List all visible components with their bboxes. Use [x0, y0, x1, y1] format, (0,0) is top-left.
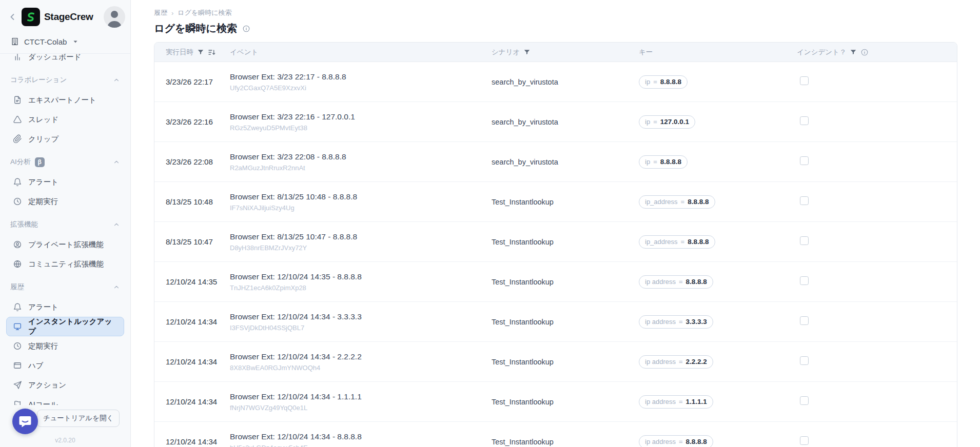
chevron-up-icon[interactable]: [113, 283, 120, 291]
key-chip: ip = 8.8.8.8: [639, 75, 688, 89]
sidebar-item-hub[interactable]: ハブ: [6, 356, 124, 375]
incident-checkbox[interactable]: [800, 276, 809, 285]
sidebar-item-dashboard[interactable]: ダッシュボード: [6, 54, 124, 67]
table-row[interactable]: 12/10/24 14:34 Browser Ext: 12/10/24 14:…: [154, 422, 957, 447]
row-event-title[interactable]: Browser Ext: 8/13/25 10:48 - 8.8.8.8: [230, 192, 483, 201]
date-sort-icon[interactable]: [208, 48, 216, 56]
key-chip: ip address = 8.8.8.8: [639, 435, 713, 447]
sidebar-item-alerts[interactable]: アラート: [6, 172, 124, 192]
chevron-up-icon[interactable]: [113, 221, 120, 228]
table-row[interactable]: 12/10/24 14:34 Browser Ext: 12/10/24 14:…: [154, 342, 957, 382]
chat-launcher-button[interactable]: [12, 409, 38, 434]
key-separator: =: [679, 358, 683, 365]
sidebar-item-actions[interactable]: アクション: [6, 375, 124, 395]
sidebar-item-private-extensions[interactable]: プライベート拡張機能: [6, 235, 124, 254]
table-header-row: 実行日時 イベント シナリオ キー インシデント？: [154, 43, 957, 62]
incident-checkbox[interactable]: [800, 316, 809, 325]
chevron-up-icon[interactable]: [113, 158, 120, 166]
chat-bubble-icon: [18, 415, 32, 428]
row-event-title[interactable]: Browser Ext: 3/23 22:16 - 127.0.0.1: [230, 112, 483, 121]
row-event-title[interactable]: Browser Ext: 3/23 22:17 - 8.8.8.8: [230, 72, 483, 82]
table-row[interactable]: 12/10/24 14:34 Browser Ext: 12/10/24 14:…: [154, 382, 957, 422]
key-separator: =: [679, 398, 683, 405]
sidebar-item-clips[interactable]: クリップ: [6, 129, 124, 149]
key-value: 3.3.3.3: [686, 318, 707, 326]
key-chip: ip address = 1.1.1.1: [639, 395, 713, 409]
sidebar-item-threads[interactable]: スレッド: [6, 110, 124, 129]
sidebar: StageCrew CTCT-Colab ダッシュボード コラボレーション エキ…: [0, 0, 131, 447]
incident-checkbox[interactable]: [800, 116, 809, 125]
nav-section-header[interactable]: コラボレーション: [6, 67, 124, 90]
row-event-title[interactable]: Browser Ext: 12/10/24 14:34 - 8.8.8.8: [230, 432, 483, 441]
incident-checkbox[interactable]: [800, 396, 809, 405]
row-event-title[interactable]: Browser Ext: 12/10/24 14:34 - 2.2.2.2: [230, 352, 483, 361]
key-name: ip address: [645, 358, 676, 365]
row-event-title[interactable]: Browser Ext: 12/10/24 14:34 - 1.1.1.1: [230, 392, 483, 401]
key-separator: =: [681, 238, 685, 246]
row-event-title[interactable]: Browser Ext: 3/23 22:08 - 8.8.8.8: [230, 152, 483, 161]
key-name: ip address: [645, 318, 676, 326]
sidebar-item-instant-lookup[interactable]: インスタントルックアップ: [6, 317, 124, 336]
row-scenario: Test_Instantlookup: [492, 438, 639, 446]
key-separator: =: [679, 318, 683, 326]
incident-checkbox[interactable]: [800, 76, 809, 85]
sidebar-item-community-extensions[interactable]: コミュニティ拡張機能: [6, 254, 124, 274]
row-event-title[interactable]: Browser Ext: 12/10/24 14:34 - 3.3.3.3: [230, 312, 483, 321]
row-scenario: Test_Instantlookup: [492, 398, 639, 406]
workspace-switcher[interactable]: CTCT-Colab: [0, 33, 130, 53]
row-date: 12/10/24 14:34: [166, 397, 230, 406]
sidebar-item-alerts-history[interactable]: アラート: [6, 297, 124, 317]
table-row[interactable]: 8/13/25 10:48 Browser Ext: 8/13/25 10:48…: [154, 182, 957, 222]
sidebar-item-label: プライベート拡張機能: [28, 240, 104, 250]
incident-filter-icon[interactable]: [850, 49, 857, 56]
chevron-up-icon[interactable]: [113, 76, 120, 84]
row-event-title[interactable]: Browser Ext: 12/10/24 14:35 - 8.8.8.8: [230, 272, 483, 281]
sidebar-item-label: ハブ: [28, 361, 44, 371]
key-value: 8.8.8.8: [686, 438, 707, 445]
incident-checkbox[interactable]: [800, 236, 809, 245]
open-tutorial-button[interactable]: チュートリアルを開く: [37, 410, 120, 427]
breadcrumb-current[interactable]: ログを瞬時に検索: [178, 8, 231, 17]
breadcrumb-history[interactable]: 履歴: [154, 8, 167, 17]
row-event-title[interactable]: Browser Ext: 8/13/25 10:47 - 8.8.8.8: [230, 232, 483, 241]
scenario-filter-icon[interactable]: [523, 49, 531, 56]
key-value: 127.0.0.1: [660, 118, 689, 126]
sidebar-item-label: 定期実行: [28, 197, 58, 207]
table-row[interactable]: 8/13/25 10:47 Browser Ext: 8/13/25 10:47…: [154, 222, 957, 262]
sidebar-item-label: スレッド: [28, 115, 58, 125]
sidebar-item-scheduled-runs[interactable]: 定期実行: [6, 192, 124, 211]
row-scenario: Test_Instantlookup: [492, 198, 639, 206]
sidebar-item-label: ダッシュボード: [28, 54, 82, 62]
table-row[interactable]: 3/23/26 22:17 Browser Ext: 3/23 22:17 - …: [154, 62, 957, 102]
building-icon: [10, 37, 19, 46]
row-event-id: Ufy2CGaxQ7A5E9XzxvXi: [230, 84, 483, 92]
key-separator: =: [679, 438, 683, 445]
nav-section-header[interactable]: 拡張機能: [6, 211, 124, 235]
key-chip: ip address = 8.8.8.8: [639, 275, 713, 289]
nav-section-header[interactable]: AI分析 β: [6, 149, 124, 172]
key-name: ip: [645, 118, 650, 126]
nav-section-header[interactable]: 履歴: [6, 274, 124, 297]
row-scenario: Test_Instantlookup: [492, 238, 639, 246]
table-row[interactable]: 12/10/24 14:34 Browser Ext: 12/10/24 14:…: [154, 302, 957, 342]
avatar[interactable]: [104, 6, 125, 28]
title-info-icon[interactable]: [242, 25, 250, 33]
incident-info-icon[interactable]: [860, 48, 869, 56]
incident-checkbox[interactable]: [800, 156, 809, 165]
key-name: ip address: [645, 438, 676, 445]
caret-down-icon: [72, 38, 79, 45]
sidebar-item-expert-notes[interactable]: エキスパートノート: [6, 90, 124, 110]
column-date-label: 実行日時: [166, 48, 193, 57]
table-row[interactable]: 3/23/26 22:08 Browser Ext: 3/23 22:08 - …: [154, 142, 957, 182]
sidebar-item-scheduled-runs-history[interactable]: 定期実行: [6, 336, 124, 356]
back-icon[interactable]: [7, 12, 17, 22]
key-value: 1.1.1.1: [686, 398, 707, 405]
incident-checkbox[interactable]: [800, 356, 809, 365]
incident-checkbox[interactable]: [800, 196, 809, 205]
date-filter-icon[interactable]: [197, 49, 204, 56]
incident-checkbox[interactable]: [800, 436, 809, 445]
key-name: ip_address: [645, 198, 678, 206]
column-incident-label: インシデント？: [797, 48, 846, 57]
table-row[interactable]: 3/23/26 22:16 Browser Ext: 3/23 22:16 - …: [154, 102, 957, 142]
table-row[interactable]: 12/10/24 14:35 Browser Ext: 12/10/24 14:…: [154, 262, 957, 302]
